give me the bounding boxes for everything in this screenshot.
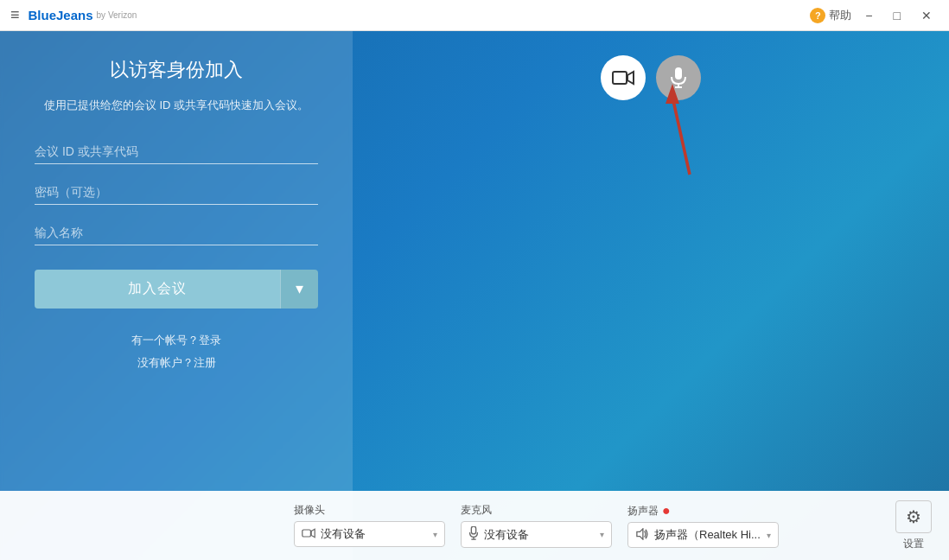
speaker-select-arrow: ▾ [767,531,771,540]
speaker-warning-icon: ● [662,503,671,519]
panel-description: 使用已提供给您的会议 ID 或共享代码快速加入会议。 [44,97,309,115]
camera-select-icon [302,527,315,541]
help-button[interactable]: ? 帮助 [810,8,851,23]
speaker-select-icon [635,528,649,543]
svg-rect-0 [613,72,627,84]
password-group [35,180,318,205]
mic-icon [670,67,687,89]
svg-rect-9 [471,526,475,534]
camera-device-select[interactable]: 没有设备 ▾ [294,521,445,547]
settings-button[interactable]: ⚙ 设置 [895,500,932,551]
name-input[interactable] [35,220,318,245]
speaker-device-group: 扬声器 ● 扬声器（Realtek Hi... ▾ [627,503,779,548]
bottom-device-bar: 摄像头 没有设备 ▾ 麦克风 [0,491,949,560]
guest-join-panel: 以访客身份加入 使用已提供给您的会议 ID 或共享代码快速加入会议。 加入会议 … [0,31,353,560]
speaker-device-select[interactable]: 扬声器（Realtek Hi... ▾ [627,522,779,548]
svg-marker-8 [311,529,315,538]
join-meeting-button[interactable]: 加入会议 [35,270,280,309]
mic-device-group: 麦克风 没有设备 ▾ [461,503,612,548]
mic-select-arrow: ▾ [600,530,604,539]
logo-text: BlueJeans [29,8,93,22]
preview-area [353,31,949,560]
app-logo: BlueJeans by Verizon [29,8,137,22]
join-button-group: 加入会议 ▾ [35,270,318,309]
password-input[interactable] [35,180,318,205]
settings-label: 设置 [903,537,924,551]
mic-device-text: 没有设备 [484,527,595,543]
panel-title: 以访客身份加入 [110,57,243,83]
camera-device-text: 没有设备 [321,526,428,542]
svg-line-5 [672,97,690,175]
camera-toggle-button[interactable] [601,55,646,100]
svg-rect-2 [675,67,682,80]
speaker-device-text: 扬声器（Realtek Hi... [654,527,761,543]
name-group [35,220,318,245]
maximize-button[interactable]: □ [887,7,908,24]
main-area: 以访客身份加入 使用已提供给您的会议 ID 或共享代码快速加入会议。 加入会议 … [0,31,949,560]
hamburger-icon[interactable]: ≡ [10,6,20,24]
join-dropdown-button[interactable]: ▾ [280,270,318,309]
mic-device-label: 麦克风 [461,503,612,518]
camera-device-label: 摄像头 [294,503,445,518]
svg-marker-12 [637,528,643,538]
logo-byline: by Verizon [97,10,137,20]
meeting-id-input[interactable] [35,139,318,164]
camera-device-group: 摄像头 没有设备 ▾ [294,503,445,548]
help-icon: ? [810,8,825,23]
help-label: 帮助 [829,8,851,23]
settings-icon: ⚙ [895,500,932,533]
account-links: 有一个帐号？登录 没有帐户？注册 [131,333,221,371]
title-left: ≡ BlueJeans by Verizon [10,6,137,24]
register-link-text: 没有帐户？注册 [137,355,216,371]
title-right: ? 帮助 − □ ✕ [810,7,939,24]
device-groups: 摄像头 没有设备 ▾ 麦克风 [294,503,779,548]
svg-rect-7 [303,530,311,537]
close-button[interactable]: ✕ [914,7,939,24]
dropdown-arrow-icon: ▾ [296,279,303,298]
speaker-device-label: 扬声器 [627,504,659,519]
minimize-button[interactable]: − [858,7,879,24]
mic-select-icon [468,526,479,543]
svg-marker-1 [627,72,634,84]
mic-toggle-button[interactable] [656,55,701,100]
title-bar: ≡ BlueJeans by Verizon ? 帮助 − □ ✕ [0,0,949,31]
meeting-id-group [35,139,318,164]
login-link-text: 有一个帐号？登录 [131,333,221,348]
mic-device-select[interactable]: 没有设备 ▾ [461,521,612,548]
camera-icon [612,69,634,86]
camera-select-arrow: ▾ [433,530,437,539]
media-controls [601,55,701,100]
